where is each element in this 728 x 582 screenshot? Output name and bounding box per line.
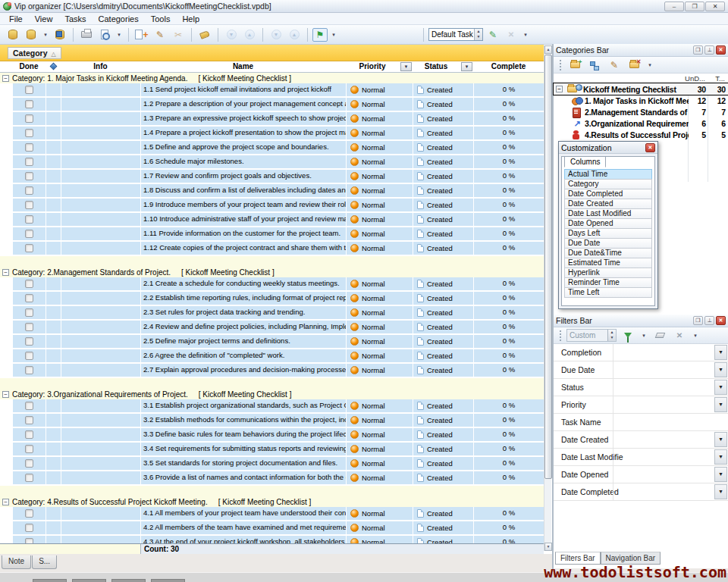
delete-task-button[interactable]: ✂ xyxy=(170,27,187,42)
task-done-checkbox[interactable] xyxy=(25,244,33,252)
new-subcategory-button[interactable] xyxy=(586,58,603,73)
menu-item-tasks[interactable]: Tasks xyxy=(58,14,92,24)
column-option[interactable]: Date Opened xyxy=(564,218,652,229)
filter-dropdown-button[interactable]: ▼ xyxy=(714,345,727,360)
task-row[interactable]: 1.7 Review and confirm project goals and… xyxy=(0,170,544,184)
task-done-checkbox[interactable] xyxy=(25,186,33,195)
move-top-button[interactable]: ▲ xyxy=(286,27,303,42)
categories-close-icon[interactable]: ✕ xyxy=(716,45,726,55)
task-done-checkbox[interactable] xyxy=(25,430,33,439)
filters-toolbar-dropdown[interactable]: ▾ xyxy=(691,328,700,343)
task-row[interactable]: 1.10 Introduce administrative staff of y… xyxy=(0,213,544,227)
apply-view-button[interactable]: ✎ xyxy=(485,27,501,42)
collapse-icon[interactable]: − xyxy=(2,75,9,82)
column-option[interactable]: Due Date xyxy=(564,238,652,249)
task-row[interactable]: 2.2 Establish time reporting rules, incl… xyxy=(0,292,544,306)
task-row[interactable]: 1.3 Prepare an expressive project kickof… xyxy=(0,112,544,127)
task-done-checkbox[interactable] xyxy=(25,86,33,94)
menu-item-categories[interactable]: Categories xyxy=(93,14,145,24)
column-option[interactable]: Date Last Modified xyxy=(564,208,652,219)
tree-item[interactable]: 2.Management Standards of P77 xyxy=(554,106,728,117)
scroll-up-button[interactable]: ▲ xyxy=(544,45,552,54)
menu-item-help[interactable]: Help xyxy=(176,14,206,24)
move-down-button[interactable]: ▼ xyxy=(223,27,240,42)
scrollbar-thumb[interactable] xyxy=(544,55,552,479)
remove-filter-button[interactable]: ✕ xyxy=(671,328,688,343)
column-option[interactable]: Date Completed xyxy=(564,189,652,199)
task-row[interactable]: 3.4 Set requirements for submitting stat… xyxy=(0,443,544,457)
view-flag-dropdown[interactable]: ▾ xyxy=(329,27,338,42)
close-button[interactable]: ✕ xyxy=(705,2,725,11)
task-row[interactable]: 4.3 At the end of your project kickoff w… xyxy=(0,536,544,543)
collapse-icon[interactable]: − xyxy=(2,269,9,276)
task-done-checkbox[interactable] xyxy=(25,337,33,346)
task-view-combo[interactable]: Default Task V ▲▼ xyxy=(428,28,483,41)
task-row[interactable]: 1.2 Prepare a description of your projec… xyxy=(0,98,544,112)
task-row[interactable]: 1.5 Define and approve the project scope… xyxy=(0,141,544,155)
combo-spinner[interactable]: ▲▼ xyxy=(474,29,482,40)
clear-filter-button[interactable] xyxy=(651,328,668,343)
task-done-checkbox[interactable] xyxy=(25,445,33,453)
menu-item-file[interactable]: File xyxy=(3,14,29,24)
tree-item[interactable]: 1. Major Tasks in Kickoff Meet1212 xyxy=(554,95,728,106)
column-option[interactable]: Reminder Time xyxy=(564,277,652,288)
task-done-checkbox[interactable] xyxy=(25,474,33,482)
task-done-checkbox[interactable] xyxy=(25,352,33,360)
table-vertical-scrollbar[interactable]: ▲ ▼ xyxy=(544,45,551,551)
tree-item[interactable]: 4.Results of Successful Projec55 xyxy=(554,129,728,140)
category-group-row[interactable]: −Category: 2.Management Standards of Pro… xyxy=(0,267,544,277)
task-done-checkbox[interactable] xyxy=(25,538,33,543)
column-option[interactable]: Date Created xyxy=(564,199,652,209)
filter-row[interactable]: Date Last Modifie▼ xyxy=(554,449,728,466)
column-header-status[interactable]: Status xyxy=(413,61,460,72)
task-row[interactable]: 1.1 Send project kickoff email invitatio… xyxy=(0,83,544,98)
filter-preset-combo[interactable]: Custom ▲▼ xyxy=(566,329,617,342)
task-done-checkbox[interactable] xyxy=(25,323,33,331)
task-done-checkbox[interactable] xyxy=(25,230,33,238)
tree-item[interactable]: ↗3.Organizational Requirements66 xyxy=(554,117,728,129)
task-done-checkbox[interactable] xyxy=(25,366,33,374)
toolbar-grip[interactable] xyxy=(560,60,562,70)
column-option[interactable]: Actual Time xyxy=(564,169,652,180)
categories-toolbar-dropdown[interactable]: ▾ xyxy=(645,58,654,73)
open-database-button[interactable] xyxy=(23,27,39,42)
task-done-checkbox[interactable] xyxy=(25,129,33,137)
total-column-header[interactable]: T... xyxy=(715,74,725,83)
move-up-button[interactable]: ▲ xyxy=(241,27,258,42)
column-header-done[interactable]: Done xyxy=(12,61,46,72)
column-option[interactable]: Due Date&Time xyxy=(564,248,652,258)
column-option[interactable]: Time Left xyxy=(564,287,652,298)
delete-category-button[interactable]: ✕ xyxy=(626,58,642,73)
category-group-row[interactable]: −Category: 3.Organizational Requirements… xyxy=(0,389,544,399)
filter-dropdown-button[interactable]: ▼ xyxy=(714,397,727,412)
task-done-checkbox[interactable] xyxy=(25,172,33,180)
filter-row[interactable]: Date Completed▼ xyxy=(554,483,728,501)
filter-dropdown-button[interactable]: ▼ xyxy=(714,432,727,447)
task-done-checkbox[interactable] xyxy=(25,294,33,302)
collapse-icon[interactable]: − xyxy=(2,391,9,398)
task-row[interactable]: 3.2 Establish methods for communications… xyxy=(0,414,544,428)
menu-item-view[interactable]: View xyxy=(29,14,59,24)
task-done-checkbox[interactable] xyxy=(25,143,33,152)
clear-view-button[interactable]: ✕ xyxy=(503,27,519,42)
note-tab-note[interactable]: Note xyxy=(2,555,31,569)
task-row[interactable]: 1.12 Create copies of the project contra… xyxy=(0,242,544,256)
print-button[interactable] xyxy=(78,27,95,42)
filter-dropdown-button[interactable]: ▼ xyxy=(714,467,727,482)
note-tab-s[interactable]: S... xyxy=(32,555,57,569)
tag-button[interactable] xyxy=(196,27,213,42)
move-bottom-button[interactable]: ▼ xyxy=(268,27,284,42)
task-row[interactable]: 1.11 Provide information on the customer… xyxy=(0,227,544,242)
task-done-checkbox[interactable] xyxy=(25,100,33,108)
task-done-checkbox[interactable] xyxy=(25,280,33,288)
add-task-button[interactable]: + xyxy=(133,27,150,42)
tree-collapse-icon[interactable]: − xyxy=(556,86,563,92)
apply-filter-button[interactable] xyxy=(620,328,636,343)
customization-title-bar[interactable]: Customization ✕ xyxy=(559,142,657,154)
task-row[interactable]: 1.9 Introduce members of your project te… xyxy=(0,199,544,213)
task-row[interactable]: 1.6 Schedule major milestones.NormalCrea… xyxy=(0,155,544,170)
filter-row[interactable]: Due Date▼ xyxy=(554,361,728,379)
task-row[interactable]: 2.3 Set rules for project data tracking … xyxy=(0,306,544,321)
filter-row[interactable]: Date Opened▼ xyxy=(554,466,728,483)
view-flag-button[interactable]: ⚑ xyxy=(312,28,328,42)
